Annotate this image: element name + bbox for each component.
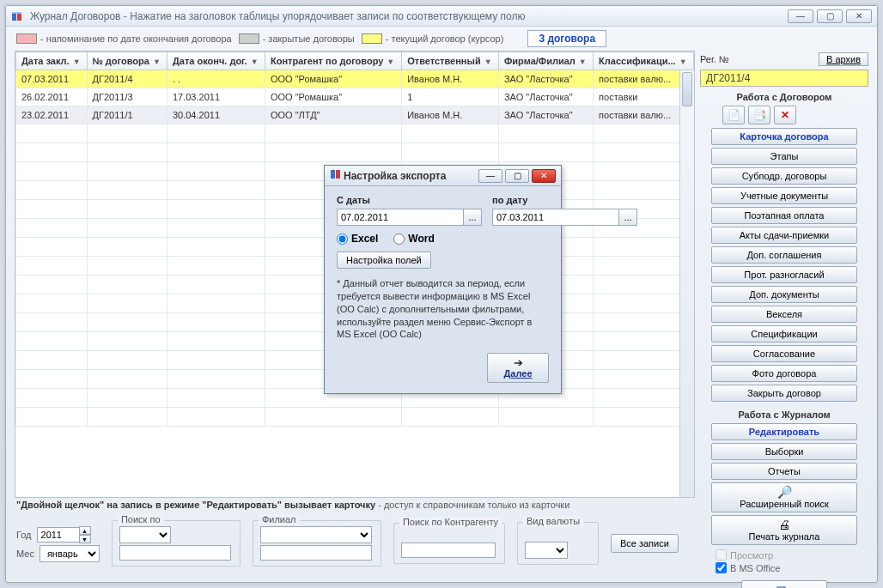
all-records-button[interactable]: Все записи — [611, 534, 679, 553]
export-from-date-picker[interactable]: ... — [463, 209, 482, 226]
contract-action-button[interactable]: Закрыть договор — [711, 385, 857, 402]
maximize-button[interactable]: ▢ — [817, 9, 843, 23]
branch-select[interactable] — [260, 526, 372, 543]
journal-action-button[interactable]: Выборки — [711, 443, 857, 460]
year-input[interactable] — [37, 527, 80, 543]
radio-word[interactable]: Word — [393, 233, 434, 245]
table-row-empty — [16, 408, 694, 427]
column-header[interactable]: Классификаци...▼ — [594, 52, 694, 70]
right-panel: Рег. № В архив ДГ2011/4 Работа с Договор… — [700, 51, 868, 570]
extended-search-button[interactable]: 🔎 Расширенный поиск — [711, 482, 857, 512]
hint-row: "Двойной щелчок" на запись в режиме "Ред… — [15, 498, 695, 512]
svg-rect-2 — [12, 12, 21, 14]
dialog-app-icon — [330, 167, 344, 185]
grid-scrollbar[interactable] — [679, 70, 694, 497]
app-icon — [11, 9, 25, 23]
contract-action-button[interactable]: Учетные документы — [711, 187, 857, 204]
copy-doc-icon[interactable]: 📑 — [748, 106, 770, 124]
contract-action-button[interactable]: Прот. разногласий — [711, 266, 857, 283]
preview-checkbox — [716, 549, 727, 561]
year-down[interactable]: ▼ — [79, 535, 91, 543]
contract-action-button[interactable]: Субподр. договоры — [711, 167, 857, 185]
table-row[interactable]: 23.02.2011ДГ2011/130.04.2011ООО "ЛТД"Ива… — [16, 106, 694, 124]
print-journal-button[interactable]: 🖨 Печать журнала — [711, 515, 857, 545]
export-to-date-picker[interactable]: ... — [618, 209, 637, 226]
dialog-close-button[interactable]: ✕ — [532, 169, 556, 183]
fields-settings-button[interactable]: Настройка полей — [337, 252, 431, 269]
dialog-maximize-button[interactable]: ▢ — [505, 169, 529, 183]
journal-action-button[interactable]: Редактировать — [711, 423, 857, 440]
svg-rect-5 — [336, 170, 340, 179]
swatch-closed — [239, 33, 259, 44]
swatch-reminder — [16, 33, 37, 44]
arrow-right-icon: ➔ — [493, 357, 543, 368]
dialog-minimize-button[interactable]: — — [478, 169, 502, 183]
contract-action-button[interactable]: Спецификации — [711, 325, 857, 342]
close-button[interactable]: ✕ — [846, 9, 872, 23]
branch-input[interactable] — [260, 545, 372, 561]
next-button[interactable]: ➔ Далее — [487, 353, 549, 383]
currency-select[interactable] — [525, 542, 568, 559]
column-header[interactable]: Ответственный▼ — [402, 52, 499, 70]
contract-action-button[interactable]: Акты сдачи-приемки — [711, 227, 857, 244]
agent-search[interactable] — [401, 543, 496, 558]
contract-action-button[interactable]: Векселя — [711, 306, 857, 323]
contract-action-button[interactable]: Фото договора — [711, 365, 857, 382]
table-row-empty — [16, 143, 694, 162]
contract-action-button[interactable]: Согласование — [711, 345, 857, 362]
window-title: Журнал Договоров - Нажатие на заголовок … — [30, 10, 788, 22]
delete-doc-icon[interactable]: ✕ — [774, 106, 796, 124]
search-by-field[interactable] — [119, 526, 171, 543]
table-row[interactable]: 26.02.2011ДГ2011/317.03.2011ООО "Ромашка… — [16, 88, 694, 106]
radio-excel[interactable]: Excel — [337, 233, 378, 245]
export-from-date[interactable] — [337, 209, 464, 226]
column-header[interactable]: Контрагент по договору▼ — [265, 52, 401, 70]
minimize-button[interactable]: — — [788, 9, 813, 23]
bottom-controls: Год ▲▼ Мес январь Поиск по — [15, 517, 695, 570]
search-icon: 🔎 — [714, 485, 855, 499]
contract-count-button[interactable]: 3 договора — [527, 30, 606, 47]
new-doc-icon[interactable]: 📄 — [722, 106, 745, 124]
export-dialog: Настройка экспорта — ▢ ✕ С даты ... по д… — [324, 165, 562, 394]
search-by-value[interactable] — [119, 545, 231, 561]
column-header[interactable]: Дата оконч. дог.▼ — [167, 52, 265, 70]
exit-button[interactable]: Выход — [741, 580, 827, 588]
titlebar: Журнал Договоров - Нажатие на заголовок … — [6, 6, 877, 27]
archive-button[interactable]: В архив — [819, 52, 868, 66]
swatch-current — [362, 33, 382, 44]
contract-action-button[interactable]: Доп. соглашения — [711, 246, 857, 264]
table-row[interactable]: 07.03.2011ДГ2011/4. .ООО "Ромашка"Иванов… — [16, 70, 694, 88]
printer-icon: 🖨 — [714, 518, 855, 531]
column-header[interactable]: № договора▼ — [87, 52, 167, 70]
export-note: * Данный отчет выводится за период, если… — [337, 277, 549, 341]
month-select[interactable]: январь — [40, 545, 100, 562]
export-to-date[interactable] — [492, 209, 619, 226]
year-up[interactable]: ▲ — [79, 526, 91, 535]
svg-rect-4 — [331, 170, 335, 179]
contract-action-button[interactable]: Карточка договора — [711, 128, 857, 145]
contract-action-button[interactable]: Поэтапная оплата — [711, 207, 857, 224]
journal-action-button[interactable]: Отчеты — [711, 463, 857, 480]
regno-value: ДГ2011/4 — [700, 70, 868, 87]
contract-action-button[interactable]: Этапы — [711, 148, 857, 165]
ms-office-checkbox[interactable] — [716, 562, 727, 573]
column-header[interactable]: Дата закл.▼ — [16, 52, 88, 70]
table-row-empty — [16, 124, 694, 143]
legend-bar: - напоминание по дате окончания договора… — [6, 27, 877, 51]
column-header[interactable]: Фирма/Филиал▼ — [498, 52, 593, 70]
contract-action-button[interactable]: Доп. документы — [711, 286, 857, 303]
